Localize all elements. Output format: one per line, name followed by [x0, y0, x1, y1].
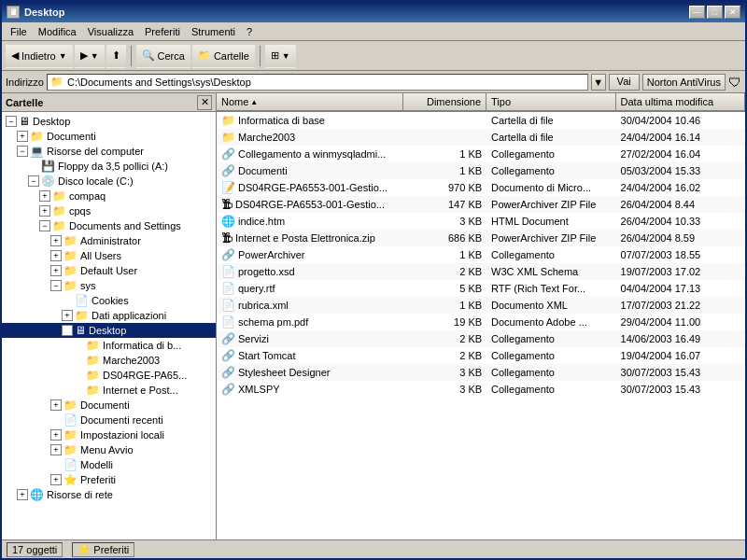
left-panel-close-button[interactable]: ✕ — [197, 95, 212, 110]
tree-item-disco[interactable]: −💿Disco locale (C:) — [2, 174, 216, 189]
tree-item-compaq[interactable]: +📁compaq — [2, 189, 216, 203]
expand-btn-admin[interactable]: + — [50, 235, 62, 246]
menu-preferiti[interactable]: Preferiti — [139, 24, 186, 39]
views-dropdown-icon[interactable]: ▼ — [282, 51, 290, 61]
forward-dropdown-icon[interactable]: ▼ — [91, 51, 99, 61]
table-row[interactable]: 📁Marche2003Cartella di file24/04/2004 16… — [217, 129, 745, 146]
table-row[interactable]: 📄query.rtf5 KBRTF (Rich Text For...04/04… — [217, 280, 745, 297]
expand-btn-allusers[interactable]: + — [50, 250, 62, 261]
menu-modifica[interactable]: Modifica — [33, 24, 82, 39]
tree-item-modelli[interactable]: 📄Modelli — [2, 457, 216, 472]
file-name-cell: 🌐indice.htm — [217, 215, 403, 228]
tree-item-admin[interactable]: +📁Administrator — [2, 233, 216, 248]
expand-btn-risorse[interactable]: − — [17, 146, 28, 157]
close-button[interactable]: ✕ — [725, 6, 740, 19]
tree-item-ds04[interactable]: 📁DS04RGE-PA65... — [2, 368, 216, 383]
tree-item-defuser[interactable]: +📁Default User — [2, 263, 216, 278]
tree-item-docrecenti[interactable]: 📄Documenti recenti — [2, 413, 216, 427]
table-row[interactable]: 🔗Servizi2 KBCollegamento14/06/2003 16.49 — [217, 330, 745, 347]
table-row[interactable]: 🔗Collegamento a winmysqladmi...1 KBColle… — [217, 146, 745, 162]
col-header-size[interactable]: Dimensione — [403, 93, 486, 111]
table-row[interactable]: 🗜Internet e Posta Elettronica.zip686 KBP… — [217, 230, 745, 246]
tree-item-internet[interactable]: 📁Internet e Post... — [2, 383, 216, 398]
tree-label-docset: Documents and Settings — [69, 220, 181, 231]
tree-item-datiapp[interactable]: +📁Dati applicazioni — [2, 308, 216, 323]
table-row[interactable]: 📝DS04RGE-PA6553-001-Gestio...970 KBDocum… — [217, 179, 745, 196]
table-row[interactable]: 🌐indice.htm3 KBHTML Document26/04/2004 1… — [217, 213, 745, 230]
address-input-wrap[interactable]: 📁 C:\Documents and Settings\sys\Desktop — [47, 74, 588, 91]
menu-strumenti[interactable]: Strumenti — [186, 24, 241, 39]
table-row[interactable]: 🔗Documenti1 KBCollegamento05/03/2004 15.… — [217, 162, 745, 179]
menu-file[interactable]: File — [5, 24, 33, 39]
menu-visualizza[interactable]: Visualizza — [82, 24, 139, 39]
expand-btn-disco[interactable]: − — [28, 175, 39, 187]
tree-item-documents[interactable]: +📁Documenti — [2, 129, 216, 144]
tree-item-sys[interactable]: −📁sys — [2, 278, 216, 293]
tree-item-preferiti[interactable]: +⭐Preferiti — [2, 472, 216, 487]
menu-help[interactable]: ? — [241, 24, 258, 39]
table-row[interactable]: 🔗XMLSPY3 KBCollegamento30/07/2003 15.43 — [217, 381, 745, 398]
tree-item-infb[interactable]: 📁Informatica di b... — [2, 338, 216, 353]
tree-item-cookies[interactable]: 📄Cookies — [2, 293, 216, 308]
tree-item-cpqs[interactable]: +📁cpqs — [2, 203, 216, 218]
tree-icon-documents: 📁 — [30, 130, 44, 143]
file-list[interactable]: 📁Informatica di baseCartella di file30/0… — [217, 112, 745, 539]
up-button[interactable]: ⬆ — [106, 44, 126, 68]
table-row[interactable]: 📄progetto.xsd2 KBW3C XML Schema19/07/200… — [217, 263, 745, 280]
tree-item-desktop[interactable]: −🖥Desktop — [2, 114, 216, 129]
tree-item-risorsrete[interactable]: +🌐Risorse di rete — [2, 487, 216, 502]
address-dropdown-icon[interactable]: ▼ — [591, 74, 606, 91]
table-row[interactable]: 🗜DS04RGE-PA6553-001-Gestio...147 KBPower… — [217, 196, 745, 213]
file-name-label: XMLSPY — [238, 384, 280, 395]
tree-label-docrecenti: Documenti recenti — [80, 414, 163, 426]
go-button[interactable]: Vai — [609, 74, 640, 91]
col-header-name[interactable]: Nome ▲ — [217, 93, 403, 111]
forward-button[interactable]: ▶ ▼ — [75, 44, 105, 68]
file-type-icon: 🔗 — [221, 164, 235, 177]
expand-btn-menuavvio[interactable]: + — [50, 444, 62, 455]
tree-area[interactable]: −🖥Desktop+📁Documenti−💻Risorse del comput… — [2, 112, 216, 539]
expand-btn-risorsrete[interactable]: + — [17, 489, 28, 500]
tree-icon-desktop2: 🖥 — [75, 324, 86, 337]
folders-button[interactable]: 📁 Cartelle — [192, 44, 255, 68]
search-icon: 🔍 — [142, 49, 155, 62]
tree-item-documenti2[interactable]: +📁Documenti — [2, 398, 216, 413]
tree-label-datiapp: Dati applicazioni — [92, 310, 166, 321]
back-dropdown-icon[interactable]: ▼ — [59, 51, 67, 61]
tree-icon-cpqs: 📁 — [52, 204, 66, 217]
table-row[interactable]: 📁Informatica di baseCartella di file30/0… — [217, 112, 745, 129]
views-button[interactable]: ⊞ ▼ — [265, 44, 296, 68]
expand-btn-compaq[interactable]: + — [39, 190, 50, 202]
tree-item-allusers[interactable]: +📁All Users — [2, 248, 216, 263]
search-button[interactable]: 🔍 Cerca — [136, 44, 190, 68]
minimize-button[interactable]: — — [689, 6, 705, 19]
expand-btn-defuser[interactable]: + — [50, 265, 62, 276]
expand-btn-preferiti[interactable]: + — [50, 474, 62, 485]
expand-btn-desktop2[interactable]: − — [62, 325, 73, 336]
table-row[interactable]: 📄rubrica.xml1 KBDocumento XML17/07/2003 … — [217, 297, 745, 314]
tree-item-menuavvio[interactable]: +📁Menu Avvio — [2, 442, 216, 457]
expand-btn-sys[interactable]: − — [50, 280, 62, 291]
tree-item-docset[interactable]: −📁Documents and Settings — [2, 218, 216, 233]
expand-btn-impostazioni[interactable]: + — [50, 429, 62, 441]
back-button[interactable]: ◀ Indietro ▼ — [6, 44, 73, 68]
tree-item-risorse[interactable]: −💻Risorse del computer — [2, 144, 216, 159]
expand-btn-documenti2[interactable]: + — [50, 399, 62, 411]
expand-btn-cpqs[interactable]: + — [39, 205, 50, 217]
expand-btn-datiapp[interactable]: + — [62, 310, 73, 321]
table-row[interactable]: 🔗Start Tomcat2 KBCollegamento19/04/2004 … — [217, 347, 745, 364]
table-row[interactable]: 🔗Stylesheet Designer3 KBCollegamento30/0… — [217, 364, 745, 381]
table-row[interactable]: 🔗PowerArchiver1 KBCollegamento07/07/2003… — [217, 246, 745, 263]
tree-item-marche[interactable]: 📁Marche2003 — [2, 353, 216, 368]
expand-btn-desktop[interactable]: − — [6, 116, 17, 127]
expand-btn-documents[interactable]: + — [17, 131, 28, 142]
col-header-date[interactable]: Data ultima modifica — [616, 93, 745, 111]
maximize-button[interactable]: □ — [707, 6, 723, 19]
tree-item-floppy[interactable]: 💾Floppy da 3,5 pollici (A:) — [2, 159, 216, 174]
expand-btn-docset[interactable]: − — [39, 220, 50, 231]
col-header-type[interactable]: Tipo — [486, 93, 615, 111]
tree-item-desktop2[interactable]: −🖥Desktop — [2, 323, 216, 338]
tree-item-impostazioni[interactable]: +📁Impostazioni locali — [2, 427, 216, 442]
file-type-icon: 🗜 — [221, 198, 233, 211]
table-row[interactable]: 📄schema pm.pdf19 KBDocumento Adobe ...29… — [217, 314, 745, 330]
